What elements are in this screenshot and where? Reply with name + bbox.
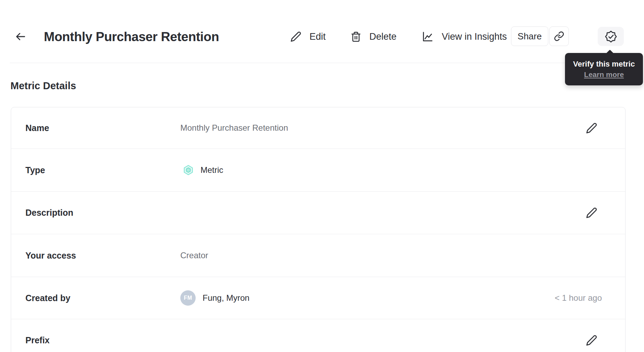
avatar: FM [180,290,196,306]
detail-row-created-by: Created by FM Fung, Myron < 1 hour ago [11,277,625,319]
row-value-your-access: Creator [180,234,208,277]
verify-metric-tooltip: Verify this metric Learn more [565,53,643,85]
detail-row-name: Name Monthly Purchaser Retention [11,107,625,148]
line-chart-icon [421,30,434,43]
link-icon [554,31,564,41]
created-by-name: Fung, Myron [203,293,250,303]
metric-details-card: Name Monthly Purchaser Retention Type [11,107,626,352]
detail-row-prefix: Prefix [11,319,625,352]
edit-name-button[interactable] [584,120,599,136]
view-in-insights-label: View in Insights [442,31,507,42]
share-button-label: Share [518,31,542,42]
row-label: Type [25,149,45,191]
row-label: Created by [25,277,70,319]
trash-icon [351,31,361,42]
pencil-icon [290,31,301,42]
delete-button[interactable]: Delete [351,27,396,46]
edit-button-label: Edit [309,31,326,42]
page-title: Monthly Purchaser Retention [44,29,219,45]
delete-button-label: Delete [369,31,396,42]
metric-hexagon-icon [183,165,194,175]
copy-link-button[interactable] [549,26,569,46]
pencil-icon [586,207,597,219]
verified-badge-icon [604,30,618,43]
row-label: Your access [25,234,76,277]
pencil-icon [586,122,597,134]
detail-row-your-access: Your access Creator [11,234,625,277]
edit-prefix-button[interactable] [584,333,599,348]
learn-more-link[interactable]: Learn more [584,70,624,79]
arrow-left-icon [15,31,26,43]
row-label: Description [25,192,73,234]
metric-details-page: { "header": { "title": "Monthly Purchase… [0,0,644,352]
tooltip-title: Verify this metric [573,60,635,69]
share-button[interactable]: Share [511,26,548,46]
created-timestamp: < 1 hour ago [555,277,602,319]
section-title: Metric Details [10,80,76,92]
row-label: Name [25,107,49,148]
detail-row-description: Description [11,191,625,234]
edit-description-button[interactable] [584,205,599,221]
row-value-type: Metric [201,165,223,175]
pencil-icon [586,335,597,346]
header-divider [10,63,634,63]
edit-button[interactable]: Edit [290,27,326,46]
detail-row-type: Type Metric [11,148,625,191]
row-value-name: Monthly Purchaser Retention [180,107,288,148]
row-label: Prefix [25,319,49,352]
back-button[interactable] [13,29,28,44]
avatar-initials: FM [184,295,192,301]
verify-metric-button[interactable] [598,27,624,46]
view-in-insights-button[interactable]: View in Insights [421,27,507,46]
